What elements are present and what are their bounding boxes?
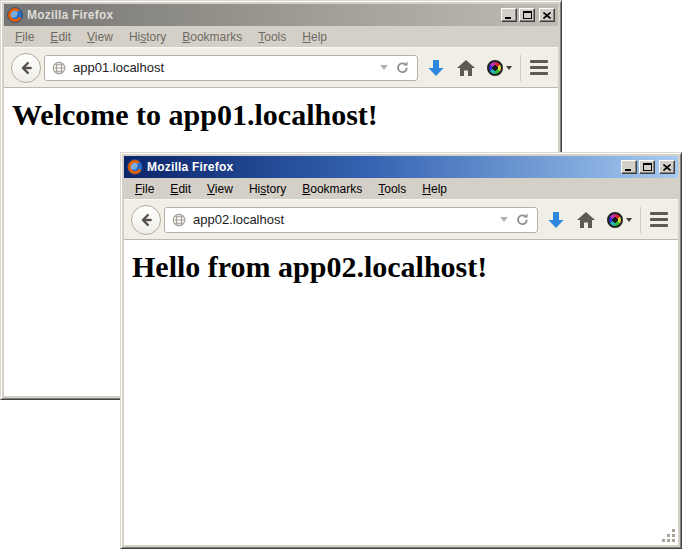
toolbar-separator	[640, 207, 641, 233]
menu-label-rest: ile	[22, 30, 34, 44]
back-button[interactable]	[11, 53, 41, 83]
menu-label-rest: iew	[95, 30, 113, 44]
home-button[interactable]	[574, 207, 598, 233]
urlbar-dropdown-icon[interactable]	[380, 65, 388, 70]
page-content: Hello from app02.localhost!	[124, 240, 678, 545]
browser-window-app02: Mozilla Firefox File Edit View History B…	[120, 152, 682, 549]
menu-help[interactable]: Help	[294, 28, 335, 46]
hamburger-menu-button[interactable]	[647, 212, 671, 227]
home-button[interactable]	[454, 55, 478, 81]
url-text: app02.localhost	[193, 212, 493, 227]
back-button[interactable]	[131, 205, 161, 235]
menu-caret-icon	[626, 218, 632, 222]
minimize-button[interactable]	[621, 160, 637, 174]
menu-label-rest: tory	[146, 30, 166, 44]
download-icon	[546, 210, 566, 230]
menu-edit[interactable]: Edit	[162, 180, 199, 198]
menu-bookmarks[interactable]: Bookmarks	[294, 180, 370, 198]
window-controls	[501, 8, 555, 22]
navigation-toolbar: app01.localhost	[4, 47, 558, 88]
menu-file[interactable]: File	[127, 180, 162, 198]
addon-button[interactable]	[484, 55, 514, 81]
menu-bar: File Edit View History Bookmarks Tools H…	[4, 26, 558, 47]
menu-caret-icon	[506, 66, 512, 70]
close-button[interactable]	[539, 8, 555, 22]
menu-label-rest: ile	[142, 182, 154, 196]
menu-label-rest: elp	[311, 30, 327, 44]
menu-label-pre: Hi	[249, 182, 260, 196]
download-button[interactable]	[424, 55, 448, 81]
hamburger-icon	[650, 218, 668, 221]
minimize-icon	[505, 12, 513, 19]
menu-label-accel: V	[87, 30, 95, 44]
reload-icon[interactable]	[395, 60, 410, 75]
maximize-icon	[523, 11, 532, 19]
menu-tools[interactable]: Tools	[370, 180, 414, 198]
globe-icon	[52, 61, 66, 75]
menu-label-rest: iew	[215, 182, 233, 196]
menu-label-rest: tory	[266, 182, 286, 196]
hamburger-icon	[530, 60, 548, 63]
download-button[interactable]	[544, 207, 568, 233]
home-icon	[576, 210, 596, 230]
download-icon	[426, 58, 446, 78]
page-heading: Welcome to app01.localhost!	[12, 98, 558, 132]
window-controls	[621, 160, 675, 174]
title-bar[interactable]: Mozilla Firefox	[4, 4, 558, 26]
title-bar[interactable]: Mozilla Firefox	[124, 156, 678, 178]
menu-label-pre: Hi	[129, 30, 140, 44]
menu-view[interactable]: View	[79, 28, 121, 46]
menu-label-rest: dit	[58, 30, 71, 44]
url-input[interactable]: app02.localhost	[164, 207, 538, 233]
reload-icon[interactable]	[515, 212, 530, 227]
menu-label-rest: elp	[431, 182, 447, 196]
menu-label-accel: H	[302, 30, 311, 44]
maximize-button[interactable]	[519, 8, 535, 22]
hamburger-icon	[530, 72, 548, 75]
maximize-button[interactable]	[639, 160, 655, 174]
hamburger-icon	[650, 212, 668, 215]
back-icon	[18, 60, 34, 76]
addon-color-wheel-icon	[607, 212, 623, 228]
url-input[interactable]: app01.localhost	[44, 55, 418, 81]
navigation-toolbar: app02.localhost	[124, 199, 678, 240]
menu-label-rest: ools	[264, 30, 286, 44]
minimize-icon	[625, 164, 633, 171]
menu-label-accel: H	[422, 182, 431, 196]
menu-tools[interactable]: Tools	[250, 28, 294, 46]
desktop: Mozilla Firefox File Edit View History B…	[0, 0, 688, 551]
addon-button[interactable]	[604, 207, 634, 233]
firefox-icon	[127, 159, 143, 175]
menu-edit[interactable]: Edit	[42, 28, 79, 46]
menu-history[interactable]: History	[121, 28, 174, 46]
window-title: Mozilla Firefox	[147, 160, 617, 174]
window-title: Mozilla Firefox	[27, 8, 497, 22]
menu-label-accel: V	[207, 182, 215, 196]
menu-label-rest: ools	[384, 182, 406, 196]
firefox-icon	[7, 7, 23, 23]
hamburger-icon	[650, 224, 668, 227]
back-icon	[138, 212, 154, 228]
menu-file[interactable]: File	[7, 28, 42, 46]
toolbar-separator	[520, 55, 521, 81]
hamburger-icon	[530, 66, 548, 69]
globe-icon	[172, 213, 186, 227]
menu-bookmarks[interactable]: Bookmarks	[174, 28, 250, 46]
menu-bar: File Edit View History Bookmarks Tools H…	[124, 178, 678, 199]
url-text: app01.localhost	[73, 60, 373, 75]
minimize-button[interactable]	[501, 8, 517, 22]
urlbar-dropdown-icon[interactable]	[500, 217, 508, 222]
menu-label-rest: ookmarks	[190, 30, 242, 44]
page-heading: Hello from app02.localhost!	[132, 250, 678, 284]
maximize-icon	[643, 163, 652, 171]
resize-grip[interactable]	[662, 529, 676, 543]
menu-help[interactable]: Help	[414, 180, 455, 198]
close-icon	[543, 12, 551, 19]
hamburger-menu-button[interactable]	[527, 60, 551, 75]
close-icon	[663, 164, 671, 171]
close-button[interactable]	[659, 160, 675, 174]
menu-label-rest: dit	[178, 182, 191, 196]
menu-history[interactable]: History	[241, 180, 294, 198]
home-icon	[456, 58, 476, 78]
menu-view[interactable]: View	[199, 180, 241, 198]
